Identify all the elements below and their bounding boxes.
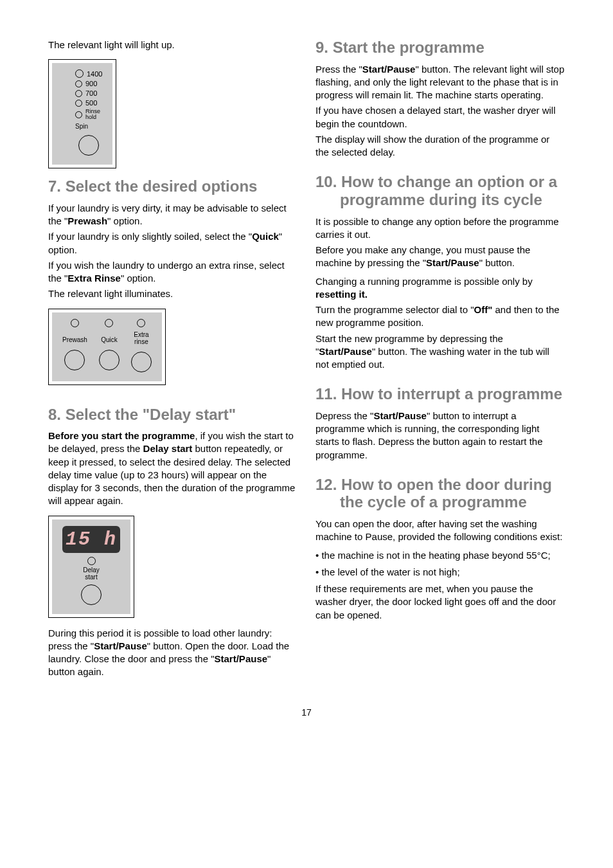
led-icon bbox=[105, 319, 113, 327]
delay-panel: 15 h Delaystart bbox=[48, 516, 134, 618]
section-12-title: 12. How to open the door during the cycl… bbox=[315, 476, 565, 511]
spin-button-label: Spin bbox=[75, 123, 88, 130]
led-icon bbox=[75, 90, 82, 97]
spin-900: 900 bbox=[85, 80, 97, 87]
s9-p2: If you have chosen a delayed start, the … bbox=[315, 104, 565, 131]
s11-p1: Depress the "Start/Pause" button to inte… bbox=[315, 410, 565, 462]
delay-start-label: Delaystart bbox=[83, 566, 100, 581]
s10-p2: Before you make any change, you must pau… bbox=[315, 244, 565, 270]
spin-button-icon bbox=[78, 135, 99, 156]
prewash-button-icon bbox=[64, 350, 85, 370]
section-8-title: 8. Select the "Delay start" bbox=[48, 406, 298, 424]
extra-rinse-button-icon bbox=[131, 352, 152, 372]
led-icon bbox=[75, 111, 82, 118]
s8-p1: Before you start the programme, if you w… bbox=[48, 429, 298, 508]
s10-p1: It is possible to change any option befo… bbox=[315, 215, 565, 242]
s9-p1: Press the "Start/Pause" button. The rele… bbox=[315, 63, 565, 102]
spin-panel: 1400 900 700 500 Rinsehold Spin bbox=[48, 59, 116, 168]
options-panel: Prewash Quick Extrarinse bbox=[48, 309, 166, 385]
led-icon bbox=[87, 557, 96, 565]
delay-display-value: 15 h bbox=[66, 529, 117, 550]
led-icon bbox=[75, 69, 84, 78]
s12-bullet-1: the machine is not in the heating phase … bbox=[315, 549, 565, 562]
s10-p4: Turn the programme selector dial to "Off… bbox=[315, 303, 565, 330]
spin-700: 700 bbox=[85, 89, 97, 97]
quick-button-icon bbox=[99, 350, 120, 370]
section-10-title: 10. How to change an option or a program… bbox=[315, 173, 565, 208]
led-icon bbox=[71, 319, 79, 327]
spin-1400: 1400 bbox=[87, 70, 102, 78]
section-11-title: 11. How to interrupt a programme bbox=[315, 385, 565, 403]
led-icon bbox=[75, 80, 82, 87]
delay-display: 15 h bbox=[62, 526, 120, 553]
spin-rinse-hold: Rinsehold bbox=[85, 109, 100, 120]
section-9-title: 9. Start the programme bbox=[315, 39, 565, 57]
s12-p1: You can open the door, after having set … bbox=[315, 518, 565, 544]
led-icon bbox=[75, 100, 82, 107]
right-column: 9. Start the programme Press the "Start/… bbox=[315, 39, 565, 682]
left-column: The relevant light will light up. 1400 9… bbox=[48, 39, 298, 682]
intro-text: The relevant light will light up. bbox=[48, 39, 298, 51]
prewash-label: Prewash bbox=[62, 336, 87, 343]
s12-bullet-2: the level of the water is not high; bbox=[315, 566, 565, 579]
s10-p5: Start the new programme by depressing th… bbox=[315, 332, 565, 372]
spin-500: 500 bbox=[85, 99, 97, 107]
s7-p2: If your laundry is only slightly soiled,… bbox=[48, 230, 298, 257]
extra-rinse-label: Extrarinse bbox=[134, 331, 148, 345]
s12-p2: If these requirements are met, when you … bbox=[315, 583, 565, 622]
s9-p3: The display will show the duration of th… bbox=[315, 133, 565, 159]
s10-p3: Changing a running programme is possible… bbox=[315, 275, 565, 302]
s7-p3: If you wish the laundry to undergo an ex… bbox=[48, 259, 298, 285]
s8b-p1: During this period it is possible to loa… bbox=[48, 627, 298, 679]
led-icon bbox=[137, 319, 145, 327]
quick-label: Quick bbox=[101, 336, 118, 343]
s7-p1: If your laundry is very dirty, it may be… bbox=[48, 202, 298, 228]
s7-p4: The relevant light illuminates. bbox=[48, 287, 298, 300]
delay-start-button-icon bbox=[81, 584, 102, 605]
page-number: 17 bbox=[0, 707, 613, 743]
section-7-title: 7. Select the desired options bbox=[48, 177, 298, 195]
